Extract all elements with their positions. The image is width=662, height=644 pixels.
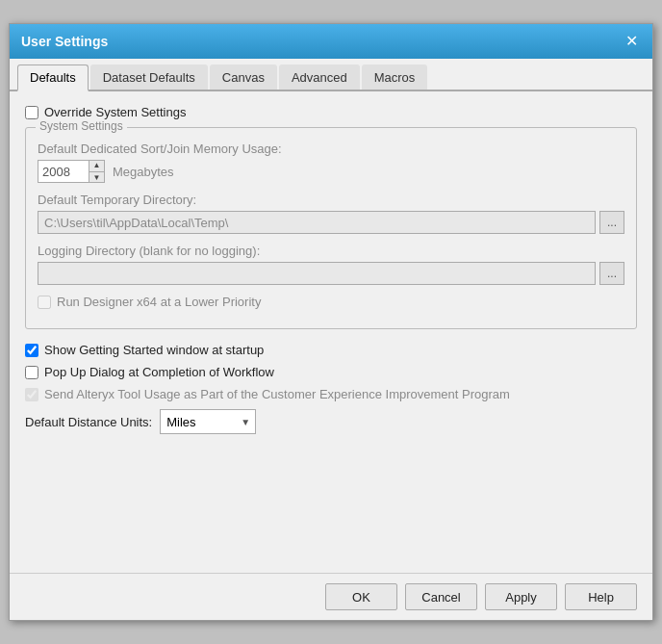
override-system-settings-row: Override System Settings (25, 105, 637, 119)
logging-dir-label: Logging Directory (blank for no logging)… (38, 244, 624, 258)
tab-macros[interactable]: Macros (362, 64, 428, 90)
close-button[interactable]: ✕ (622, 32, 641, 51)
show-getting-started-checkbox[interactable] (25, 344, 38, 357)
memory-spinbox[interactable]: ▲ ▼ (38, 160, 105, 183)
tab-dataset-defaults[interactable]: Dataset Defaults (90, 64, 208, 90)
memory-unit-label: Megabytes (113, 165, 174, 179)
temp-dir-input[interactable] (38, 211, 596, 234)
help-button[interactable]: Help (565, 583, 637, 610)
dialog-title: User Settings (21, 34, 108, 49)
tab-bar: Defaults Dataset Defaults Canvas Advance… (10, 59, 652, 91)
memory-spin-buttons: ▲ ▼ (89, 160, 104, 183)
system-settings-group: System Settings Default Dedicated Sort/J… (25, 127, 637, 329)
override-system-settings-checkbox[interactable] (25, 106, 38, 119)
popup-dialog-label[interactable]: Pop Up Dialog at Completion of Workflow (44, 365, 274, 379)
send-usage-checkbox[interactable] (25, 388, 38, 401)
cancel-button[interactable]: Cancel (405, 583, 477, 610)
show-getting-started-label[interactable]: Show Getting Started window at startup (44, 343, 264, 357)
tab-advanced[interactable]: Advanced (279, 64, 360, 90)
apply-button[interactable]: Apply (485, 583, 557, 610)
logging-dir-browse-button[interactable]: ... (599, 262, 624, 285)
distance-units-label: Default Distance Units: (25, 415, 152, 429)
distance-units-select[interactable]: Miles Kilometers (160, 409, 256, 434)
run-lower-priority-row: Run Designer x64 at a Lower Priority (38, 295, 624, 309)
distance-units-wrapper: Miles Kilometers ▼ (160, 409, 256, 434)
distance-units-row: Default Distance Units: Miles Kilometers… (25, 409, 637, 434)
user-settings-dialog: User Settings ✕ Defaults Dataset Default… (9, 23, 653, 621)
system-settings-content: Default Dedicated Sort/Join Memory Usage… (38, 142, 624, 309)
popup-dialog-row: Pop Up Dialog at Completion of Workflow (25, 365, 637, 379)
memory-input[interactable] (38, 161, 89, 182)
tab-content: Override System Settings System Settings… (10, 91, 652, 573)
show-getting-started-row: Show Getting Started window at startup (25, 343, 637, 357)
logging-dir-input[interactable] (38, 262, 596, 285)
logging-dir-row: ... (38, 262, 624, 285)
ok-button[interactable]: OK (325, 583, 397, 610)
send-usage-label: Send Alteryx Tool Usage as Part of the C… (44, 387, 510, 401)
popup-dialog-checkbox[interactable] (25, 366, 38, 379)
memory-field-row: ▲ ▼ Megabytes (38, 160, 624, 183)
memory-spin-down[interactable]: ▼ (89, 172, 104, 184)
temp-dir-row: ... (38, 211, 624, 234)
system-settings-legend: System Settings (36, 119, 127, 133)
run-lower-priority-checkbox[interactable] (38, 296, 51, 309)
temp-dir-label: Default Temporary Directory: (38, 193, 624, 207)
tab-canvas[interactable]: Canvas (210, 64, 277, 90)
override-system-settings-label[interactable]: Override System Settings (44, 105, 186, 119)
temp-dir-browse-button[interactable]: ... (599, 211, 624, 234)
title-bar: User Settings ✕ (10, 24, 652, 59)
tab-defaults[interactable]: Defaults (17, 64, 89, 91)
memory-spin-up[interactable]: ▲ (89, 160, 104, 172)
run-lower-priority-label: Run Designer x64 at a Lower Priority (57, 295, 261, 309)
memory-label: Default Dedicated Sort/Join Memory Usage… (38, 142, 624, 156)
dialog-footer: OK Cancel Apply Help (10, 573, 652, 620)
send-usage-row: Send Alteryx Tool Usage as Part of the C… (25, 387, 637, 401)
